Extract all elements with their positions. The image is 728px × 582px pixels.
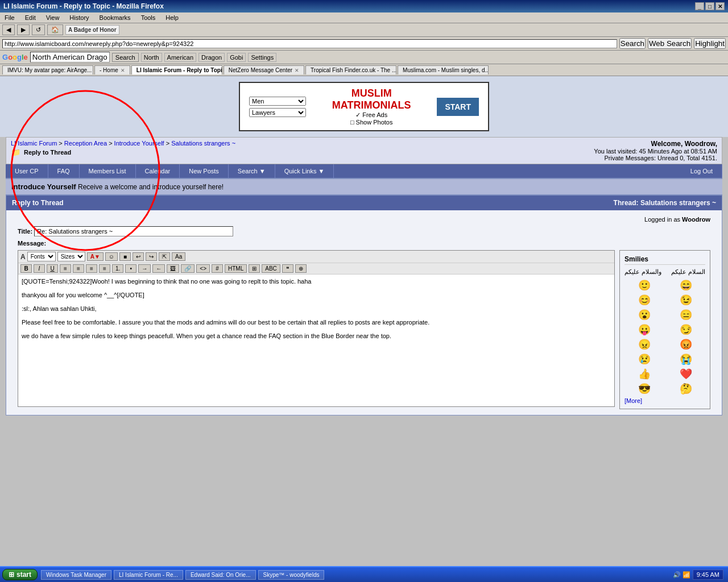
google-search-button[interactable]: Search [112,53,139,62]
window-controls[interactable]: _ □ ✕ [695,2,725,10]
quote-button[interactable]: ❝ [282,264,293,273]
title-field-label: Title: [18,228,32,235]
smiley-15[interactable]: 😎 [624,383,664,395]
tab-tropical[interactable]: Tropical Fish Finder.co.uk - The ... ✕ [305,65,396,74]
browser-toolbar: ◀ ▶ ↺ 🏠 A Badge of Honor [0,23,728,37]
nav-newposts[interactable]: New Posts [180,164,229,178]
font-size-button[interactable]: Aa [172,252,185,261]
image-button[interactable]: 🖼 [167,264,179,273]
nav-members[interactable]: Members List [80,164,136,178]
ad-selects: Men Lawyers [249,97,306,117]
reception-link[interactable]: Reception Area [64,140,107,147]
nav-usercp[interactable]: User CP [6,164,48,178]
title-input[interactable] [34,226,233,236]
misc-button[interactable]: ⊕ [295,264,307,273]
reply-area: Reply to Thread Thread: Salutations stra… [6,195,722,415]
thread-link[interactable]: Salutations strangers ~ [171,140,235,147]
smilies-more[interactable]: [More] [624,397,705,404]
editor-toolbar1: A Fonts Sizes A▼ ☺ ■ ↩ [18,251,614,263]
section-subtitle-text: Receive a welcome and introduce yourself… [78,183,224,191]
italic-button[interactable]: I [34,264,45,273]
smiley-13[interactable]: 👍 [624,368,664,380]
message-textarea[interactable]: [QUOTE=Tenshi;924322]Wooh! I was beginni… [18,275,614,405]
smiley-1[interactable]: 🙂 [624,279,664,292]
special-char-button[interactable]: ■ [119,252,131,261]
tab-imvu[interactable]: IMVU: My avatar page: AirAnge... ✕ [2,65,93,74]
tab-li-forum-label: LI Islamic Forum - Reply to Topic [136,67,222,73]
font-select[interactable]: Fonts [27,252,56,261]
underline-button[interactable]: U [47,264,58,273]
align-left-button[interactable]: ≡ [60,264,71,273]
redo-button[interactable]: ↪ [146,252,157,261]
smiley-3[interactable]: 😊 [624,294,664,306]
badge-of-honor: A Badge of Honor [65,25,119,35]
resize-button[interactable]: ⇱ [159,252,170,261]
smiley-10[interactable]: 😡 [666,338,705,351]
tab-netzero-close[interactable]: ✕ [295,68,299,73]
ad-gender-select[interactable]: Men [249,97,306,106]
size-select[interactable]: Sizes [57,252,85,261]
forward-button[interactable]: ▶ [17,24,30,35]
tab-li-forum[interactable]: LI Islamic Forum - Reply to Topic ✕ [131,65,222,74]
smiley-14[interactable]: ❤️ [666,368,705,380]
wrap-button[interactable]: ⊞ [249,264,260,273]
tab-home[interactable]: - Home ✕ [94,65,130,74]
menu-bookmarks[interactable]: Bookmarks [97,14,133,22]
nav-faq[interactable]: FAQ [48,164,80,178]
google-search-input[interactable] [30,52,110,63]
smiley-2[interactable]: 😄 [666,279,705,292]
menu-help[interactable]: Help [163,14,181,22]
align-right-button[interactable]: ≡ [86,264,97,273]
tab-muslima[interactable]: Muslima.com - Muslim singles, d... ✕ [398,65,489,74]
maximize-button[interactable]: □ [705,2,714,10]
close-button[interactable]: ✕ [715,2,725,10]
nav-calendar[interactable]: Calendar [136,164,180,178]
ad-profession-select[interactable]: Lawyers [249,108,306,117]
home-button[interactable]: 🏠 [47,24,63,35]
tab-home-close[interactable]: ✕ [121,68,125,73]
smiley-9[interactable]: 😠 [624,338,664,351]
reload-button[interactable]: ↺ [32,24,45,35]
websearch-button[interactable]: Web Search [648,38,692,49]
smiley-button[interactable]: ☺ [105,252,118,261]
spell-button[interactable]: ABC [262,264,280,273]
nav-search[interactable]: Search ▼ [229,164,275,178]
smiley-6[interactable]: 😑 [666,309,705,321]
nav-logout[interactable]: Log Out [681,164,722,178]
link-button[interactable]: 🔗 [181,264,195,273]
search-button[interactable]: Search [619,38,646,49]
html-button[interactable]: HTML [225,264,247,273]
smiley-4[interactable]: 😉 [666,294,705,306]
smiley-11[interactable]: 😢 [624,353,664,365]
smiley-16[interactable]: 🤔 [666,383,705,395]
align-center-button[interactable]: ≡ [73,264,84,273]
menu-history[interactable]: History [67,14,91,22]
forum-link[interactable]: LI Islamic Forum [11,140,57,147]
ad-start-button[interactable]: START [437,98,479,116]
minimize-button[interactable]: _ [695,2,704,10]
ul-button[interactable]: • [125,264,136,273]
nav-quicklinks[interactable]: Quick Links ▼ [275,164,334,178]
ol-button[interactable]: 1. [112,264,123,273]
highlight-button[interactable]: Highlight [694,38,726,49]
menu-file[interactable]: File [2,14,17,22]
font-color-button[interactable]: A▼ [87,252,104,261]
align-justify-button[interactable]: ≡ [99,264,110,273]
undo-button[interactable]: ↩ [133,252,144,261]
smiley-12[interactable]: 😭 [666,353,705,365]
indent-button[interactable]: → [138,264,151,273]
tab-netzero[interactable]: NetZero Message Center ✕ [224,65,304,74]
menu-view[interactable]: View [44,14,62,22]
smiley-7[interactable]: 😛 [624,323,664,336]
bold-button[interactable]: B [20,264,32,273]
hash-button[interactable]: # [212,264,223,273]
outdent-button[interactable]: ← [152,264,165,273]
smiley-5[interactable]: 😮 [624,309,664,321]
code-button[interactable]: <> [196,264,210,273]
menu-tools[interactable]: Tools [139,14,158,22]
menu-edit[interactable]: Edit [23,14,38,22]
introduce-link[interactable]: Introduce Yourself [114,140,164,147]
smiley-8[interactable]: 😏 [666,323,705,336]
address-input[interactable] [2,39,617,48]
back-button[interactable]: ◀ [2,24,15,35]
